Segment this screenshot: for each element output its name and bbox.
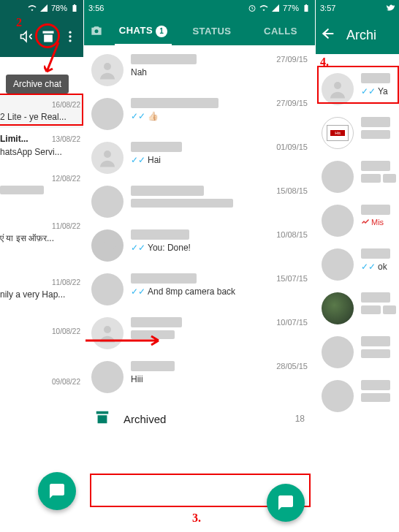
read-ticks-icon: ✓✓: [361, 262, 376, 272]
more-icon[interactable]: [60, 26, 80, 47]
archive-tooltip: Archive chat: [6, 75, 69, 94]
read-ticks-icon: ✓✓: [131, 286, 145, 297]
battery-icon: [70, 4, 79, 12]
chat-row[interactable]: 27/09/15 ✓✓👍🏻: [84, 92, 315, 136]
chat-row[interactable]: 16/08/22 2 Lite - ye Real...: [0, 95, 83, 128]
calls-tab[interactable]: CALLS: [246, 17, 315, 45]
read-ticks-icon: ✓✓: [131, 111, 145, 121]
chat-row[interactable]: 11/08/22 nily a very Hap...: [0, 249, 83, 305]
svg-point-6: [104, 151, 111, 158]
chats-tab[interactable]: CHATS1: [109, 16, 178, 46]
battery-icon: [302, 4, 311, 12]
avatar[interactable]: [322, 161, 354, 193]
avatar[interactable]: [91, 186, 123, 218]
chat-row[interactable]: 11/08/22 एं या इस ऑफ़र...: [0, 200, 83, 249]
svg-point-1: [69, 35, 71, 37]
avatar[interactable]: Htt: [322, 117, 354, 149]
avatar[interactable]: [91, 361, 123, 393]
avatar[interactable]: [91, 54, 123, 86]
avatar[interactable]: [322, 380, 354, 412]
chat-row[interactable]: 10/08/15 ✓✓You: Done!: [84, 224, 315, 267]
signal-icon: [271, 4, 280, 12]
archive-box-icon: [94, 409, 110, 428]
svg-point-5: [104, 63, 111, 70]
avatar[interactable]: [322, 248, 354, 281]
new-chat-fab[interactable]: [267, 484, 305, 522]
svg-point-4: [95, 29, 99, 33]
chat-row[interactable]: 15/08/15: [84, 180, 315, 224]
archived-row[interactable]: Archived 18: [84, 399, 315, 438]
signal-icon: [39, 4, 48, 12]
chat-row[interactable]: 10/08/22: [0, 305, 83, 341]
archived-header: Archi: [316, 16, 399, 54]
svg-point-2: [69, 39, 71, 42]
annotation-arrow: [86, 333, 166, 348]
wifi-icon: [259, 4, 268, 12]
avatar[interactable]: [322, 336, 354, 368]
chat-row[interactable]: [316, 286, 399, 330]
mute-icon[interactable]: [16, 26, 37, 47]
avatar[interactable]: [91, 273, 123, 305]
read-ticks-icon: ✓✓: [361, 86, 376, 96]
tab-bar: CHATS1 STATUS CALLS: [84, 16, 315, 45]
status-bar: 3:57: [316, 0, 399, 16]
read-ticks-icon: ✓✓: [131, 155, 145, 165]
camera-tab[interactable]: [84, 23, 109, 38]
chat-row[interactable]: 27/09/15 Nah: [84, 48, 315, 92]
chat-row[interactable]: [316, 374, 399, 418]
svg-point-7: [104, 326, 111, 333]
clock: 3:56: [88, 4, 104, 12]
svg-point-0: [69, 31, 71, 34]
archive-icon[interactable]: [38, 26, 58, 47]
battery-text: 77%: [283, 4, 299, 12]
chat-row[interactable]: 15/07/15 ✓✓And 8mp camera back: [84, 267, 315, 311]
battery-text: 78%: [51, 4, 67, 12]
chat-row[interactable]: 28/05/15 Hiii: [84, 355, 315, 399]
announcement-avatar[interactable]: [91, 229, 123, 262]
avatar[interactable]: [322, 205, 354, 237]
chat-row[interactable]: 09/08/22: [0, 341, 83, 392]
chat-row[interactable]: Mis: [316, 199, 399, 243]
avatar[interactable]: [91, 98, 123, 130]
new-chat-fab[interactable]: [38, 472, 76, 510]
archived-title: Archi: [346, 28, 376, 43]
annotation-number-3: 3.: [192, 512, 201, 525]
clock: 3:57: [320, 4, 335, 12]
avatar[interactable]: [322, 292, 354, 324]
svg-point-8: [334, 82, 341, 89]
selection-header: [0, 16, 83, 57]
chat-row[interactable]: 12/08/22: [0, 163, 83, 200]
chat-row[interactable]: [316, 330, 399, 374]
status-tab[interactable]: STATUS: [178, 17, 246, 45]
chat-row[interactable]: Htt: [316, 111, 399, 155]
chat-row[interactable]: ✓✓Ya: [316, 67, 399, 111]
chat-row[interactable]: [316, 155, 399, 199]
chat-row[interactable]: 01/09/15 ✓✓Hai: [84, 136, 315, 180]
read-ticks-icon: ✓✓: [131, 243, 145, 253]
missed-call-icon: Mis: [361, 218, 396, 227]
twitter-icon: [386, 4, 395, 12]
chat-row[interactable]: Limit...13/08/22 hatsApp Servi...: [0, 128, 83, 163]
chat-row[interactable]: ✓✓ok: [316, 243, 399, 286]
avatar[interactable]: [91, 142, 123, 174]
avatar[interactable]: [322, 73, 354, 105]
back-icon[interactable]: [320, 26, 336, 45]
wifi-icon: [28, 4, 37, 12]
status-bar: 3:56 77%: [84, 0, 315, 16]
alarm-icon: [248, 4, 256, 12]
status-bar: 78%: [0, 0, 83, 16]
